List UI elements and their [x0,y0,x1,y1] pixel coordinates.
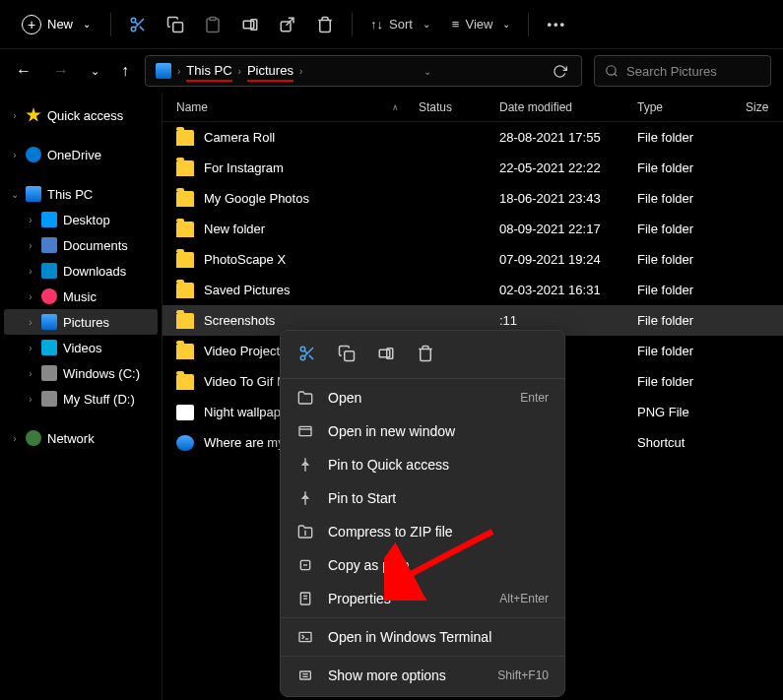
rename-icon [377,345,395,362]
file-type: File folder [637,313,746,328]
network-icon [26,430,41,446]
folder-icon [176,344,194,359]
sidebar-item-network[interactable]: ›Network [4,425,158,451]
svg-rect-18 [379,350,390,357]
context-item-copy-path[interactable]: Copy as path [281,548,564,582]
context-item-pin-start[interactable]: Pin to Start [281,481,564,515]
context-item-open-new-window[interactable]: Open in new window [281,414,564,448]
copy-icon [338,345,356,362]
sort-button[interactable]: ↑↓ Sort ⌄ [362,9,438,40]
svg-line-16 [304,350,307,353]
share-button[interactable] [271,9,304,40]
copy-button[interactable] [159,9,192,40]
file-row[interactable]: New folder08-09-2021 22:17File folder [163,214,783,244]
file-row[interactable]: Camera Roll28-08-2021 17:55File folder [163,122,783,153]
chevron-right-icon: › [26,343,35,353]
cut-button[interactable] [121,9,155,40]
chevron-right-icon: › [26,266,35,277]
refresh-icon [553,64,567,79]
downloads-icon [41,263,57,279]
svg-line-15 [309,355,313,359]
copy-action[interactable] [338,345,356,362]
cloud-icon [26,147,41,162]
rename-button[interactable] [233,9,267,40]
pictures-folder-icon [156,63,171,79]
context-item-pin-quick-access[interactable]: Pin to Quick access [281,448,564,481]
sidebar-item-documents[interactable]: ›Documents [4,232,158,258]
clipboard-icon [204,16,222,33]
file-name: Saved Pictures [204,283,419,297]
cut-action[interactable] [298,345,316,362]
sidebar-item-pictures[interactable]: ›Pictures [4,309,158,335]
sort-asc-icon: ∧ [392,102,399,112]
context-item-open[interactable]: Open Enter [281,381,564,414]
view-button[interactable]: ≡ View ⌄ [444,9,519,40]
drive-icon [41,365,57,381]
folder-icon [176,130,194,146]
breadcrumb-bar[interactable]: › This PC › Pictures › ⌄ [145,55,582,87]
pin-icon [296,456,314,474]
search-input[interactable]: Search Pictures [594,55,771,87]
file-row[interactable]: My Google Photos18-06-2021 23:43File fol… [163,183,783,214]
folder-icon [176,313,194,329]
delete-action[interactable] [417,345,434,362]
file-name: New folder [204,222,419,236]
breadcrumb-dropdown[interactable]: ⌄ [424,66,431,77]
context-item-open-terminal[interactable]: Open in Windows Terminal [281,620,564,654]
file-row[interactable]: For Instagram22-05-2021 22:22File folder [163,153,783,183]
pin-icon [296,489,314,507]
column-header-status[interactable]: Status [419,100,499,114]
sidebar-item-music[interactable]: ›Music [4,284,158,309]
file-type: File folder [637,130,746,145]
star-icon [26,107,41,123]
share-icon [279,16,296,33]
file-row[interactable]: PhotoScape X07-09-2021 19:24File folder [163,244,783,275]
chevron-right-icon: › [10,150,20,160]
file-name: My Google Photos [204,191,419,206]
desktop-icon [41,212,57,227]
sidebar-item-drive-c[interactable]: ›Windows (C:) [4,360,158,386]
context-item-show-more[interactable]: Show more options Shift+F10 [281,659,564,692]
sidebar-item-desktop[interactable]: ›Desktop [4,207,158,232]
chevron-right-icon: › [299,66,302,77]
sort-icon: ↑↓ [370,17,383,32]
column-header-size[interactable]: Size [746,100,769,114]
paste-button[interactable] [196,9,229,40]
context-item-properties[interactable]: Properties Alt+Enter [281,582,564,615]
file-date: 07-09-2021 19:24 [499,252,637,267]
column-header-type[interactable]: Type [637,100,746,114]
breadcrumb-item[interactable]: This PC [186,63,231,78]
svg-point-12 [300,347,305,351]
sidebar-item-this-pc[interactable]: ⌄This PC [4,181,158,207]
file-type: PNG File [637,405,746,419]
address-bar-row: ← → ⌄ ↑ › This PC › Pictures › ⌄ Search … [0,49,783,93]
properties-icon [296,590,314,607]
up-button[interactable]: ↑ [117,58,133,84]
file-date: 22-05-2021 22:22 [499,160,637,175]
breadcrumb-item[interactable]: Pictures [247,63,294,78]
svg-rect-6 [210,17,216,20]
refresh-button[interactable] [553,64,567,79]
back-button[interactable]: ← [12,58,35,84]
sidebar-item-videos[interactable]: ›Videos [4,335,158,360]
forward-button[interactable]: → [49,58,73,84]
svg-rect-28 [299,632,311,641]
sidebar-item-onedrive[interactable]: ›OneDrive [4,142,158,167]
documents-icon [41,237,57,253]
sidebar-item-quick-access[interactable]: ›Quick access [4,102,158,128]
more-button[interactable]: ••• [539,9,574,40]
column-header-name[interactable]: Name∧ [176,100,419,114]
context-item-compress-zip[interactable]: Compress to ZIP file [281,515,564,548]
file-type: File folder [637,344,746,358]
recent-locations-chevron[interactable]: ⌄ [87,61,103,82]
context-quick-actions [281,335,564,376]
file-row[interactable]: Saved Pictures02-03-2021 16:31File folde… [163,275,783,305]
list-icon: ≡ [452,17,460,32]
new-button[interactable]: + New ⌄ [12,11,100,38]
delete-button[interactable] [308,9,342,40]
svg-rect-5 [173,22,183,32]
column-header-date[interactable]: Date modified [499,100,637,114]
sidebar-item-downloads[interactable]: ›Downloads [4,258,158,284]
rename-action[interactable] [377,345,395,362]
sidebar-item-drive-d[interactable]: ›My Stuff (D:) [4,386,158,412]
